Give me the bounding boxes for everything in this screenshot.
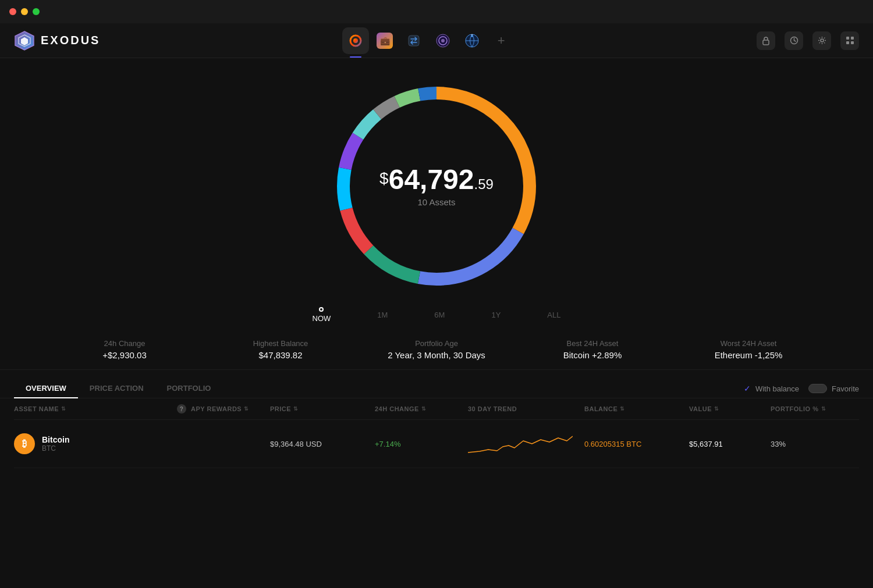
stat-label-1: Highest Balance	[203, 339, 359, 348]
stat-best-24h: Best 24H Asset Bitcoin +2.89%	[514, 339, 670, 360]
help-icon[interactable]: ?	[177, 404, 186, 414]
logo-text: EXODUS	[41, 34, 100, 47]
apps-icon	[846, 36, 854, 45]
svg-point-4	[353, 38, 358, 43]
svg-rect-17	[846, 41, 849, 44]
minimize-dot[interactable]	[21, 8, 28, 15]
asset-name-info: Bitcoin BTC	[42, 435, 69, 452]
th-asset-name: ASSET NAME ⇅	[14, 404, 177, 414]
logo-icon	[14, 30, 35, 51]
history-btn[interactable]	[785, 31, 803, 50]
svg-point-8	[441, 39, 445, 42]
stat-value-1: $47,839.82	[203, 350, 359, 360]
time-1m-btn[interactable]: 1M	[377, 311, 388, 319]
nav-right	[757, 31, 859, 50]
nav-exchange-btn[interactable]	[400, 27, 427, 54]
stat-portfolio-age: Portfolio Age 2 Year, 3 Month, 30 Days	[359, 339, 514, 360]
stat-24h-change: 24h Change +$2,930.03	[47, 339, 203, 360]
nav-portfolio-btn[interactable]	[342, 27, 369, 54]
stat-label-0: 24h Change	[47, 339, 203, 348]
time-dot	[319, 307, 324, 312]
value-cell: $5,637.91	[689, 440, 771, 448]
stat-value-4: Ethereum -1,25%	[670, 350, 826, 360]
asset-name: Bitcoin	[42, 435, 69, 444]
stat-label-3: Best 24H Asset	[514, 339, 670, 348]
change-cell: +7.14%	[375, 440, 468, 448]
stat-label-2: Portfolio Age	[359, 339, 514, 348]
nft-icon	[435, 33, 450, 48]
with-balance-toggle[interactable]: ✓ With balance	[744, 384, 799, 393]
nav-nft-btn[interactable]	[430, 27, 456, 54]
apps-btn[interactable]	[840, 31, 859, 50]
sort-value-icon: ⇅	[714, 406, 719, 412]
time-axis: NOW 1M 6M 1Y ALL	[313, 307, 561, 330]
lock-icon	[762, 36, 770, 45]
history-icon	[790, 36, 799, 45]
tab-price-action[interactable]: PRICE ACTION	[78, 379, 155, 398]
exchange-icon	[407, 34, 420, 47]
nav-wallet-btn[interactable]: 💼	[371, 27, 398, 54]
time-all-btn[interactable]: ALL	[547, 311, 560, 319]
sort-balance-icon: ⇅	[620, 406, 625, 412]
favorite-toggle[interactable]: Favorite	[808, 384, 859, 393]
topnav: EXODUS	[0, 23, 873, 58]
close-dot[interactable]	[9, 8, 16, 15]
th-value: VALUE ⇅	[689, 404, 771, 414]
titlebar	[0, 0, 873, 23]
stats-row: 24h Change +$2,930.03 Highest Balance $4…	[0, 330, 873, 370]
tab-overview[interactable]: OVERVIEW	[14, 379, 78, 398]
portfolio-section: $64,792.59 10 Assets NOW 1M 6M 1Y ALL	[0, 58, 873, 330]
settings-btn[interactable]	[812, 31, 831, 50]
asset-ticker: BTC	[42, 444, 69, 452]
th-apy-rewards: ? APY REWARDS ⇅	[177, 404, 270, 414]
add-icon: +	[494, 33, 509, 48]
tabs-bar: OVERVIEW PRICE ACTION PORTFOLIO ✓ With b…	[0, 370, 873, 398]
checkmark-icon: ✓	[744, 384, 751, 393]
stat-value-3: Bitcoin +2.89%	[514, 350, 670, 360]
sort-asset-icon: ⇅	[61, 406, 66, 412]
maximize-dot[interactable]	[33, 8, 40, 15]
asset-table: ASSET NAME ⇅ ? APY REWARDS ⇅ PRICE ⇅ 24H…	[0, 398, 873, 468]
stat-highest-balance: Highest Balance $47,839.82	[203, 339, 359, 360]
asset-name-cell: ₿ Bitcoin BTC	[14, 433, 177, 454]
svg-rect-18	[851, 41, 854, 44]
nav-add-btn[interactable]: +	[488, 27, 514, 54]
time-now-btn[interactable]: NOW	[313, 307, 331, 323]
settings-icon	[818, 36, 826, 45]
portfolio-icon	[349, 34, 362, 47]
time-1y-btn[interactable]: 1Y	[491, 311, 501, 319]
stat-value-2: 2 Year, 3 Month, 30 Days	[359, 350, 514, 360]
th-30day-trend: 30 DAY TREND	[468, 404, 584, 414]
svg-rect-15	[846, 37, 849, 40]
sparkline-svg	[468, 429, 573, 458]
sort-portfolio-icon: ⇅	[821, 406, 826, 412]
svg-rect-16	[851, 37, 854, 40]
logo: EXODUS	[14, 30, 100, 51]
with-balance-label: With balance	[755, 384, 799, 393]
toggle-box	[808, 384, 827, 393]
table-header: ASSET NAME ⇅ ? APY REWARDS ⇅ PRICE ⇅ 24H…	[14, 398, 859, 420]
nav-web3-btn[interactable]	[459, 27, 485, 54]
time-6m-btn[interactable]: 6M	[434, 311, 445, 319]
table-row[interactable]: ₿ Bitcoin BTC $9,364.48 USD +7.14% 0.602…	[14, 420, 859, 468]
btc-icon: ₿	[14, 433, 35, 454]
tabs-right: ✓ With balance Favorite	[744, 384, 859, 393]
sort-price-icon: ⇅	[293, 406, 299, 412]
portfolio-value: $64,792.59	[379, 166, 494, 194]
svg-point-11	[471, 35, 473, 37]
donut-chart: $64,792.59 10 Assets	[320, 70, 553, 302]
web3-icon	[464, 33, 480, 48]
balance-cell: 0.60205315 BTC	[584, 440, 689, 448]
stat-label-4: Worst 24H Asset	[670, 339, 826, 348]
th-price: PRICE ⇅	[270, 404, 375, 414]
assets-count: 10 Assets	[379, 197, 494, 207]
tab-portfolio[interactable]: PORTFOLIO	[155, 379, 223, 398]
portfolio-pct-cell: 33%	[771, 440, 829, 448]
stat-value-0: +$2,930.03	[47, 350, 203, 360]
th-portfolio-pct: PORTFOLIO % ⇅	[771, 404, 829, 414]
sparkline-cell	[468, 429, 584, 458]
svg-point-14	[821, 39, 824, 42]
svg-rect-5	[409, 35, 419, 46]
main-content: $64,792.59 10 Assets NOW 1M 6M 1Y ALL	[0, 58, 873, 588]
lock-btn[interactable]	[757, 31, 775, 50]
